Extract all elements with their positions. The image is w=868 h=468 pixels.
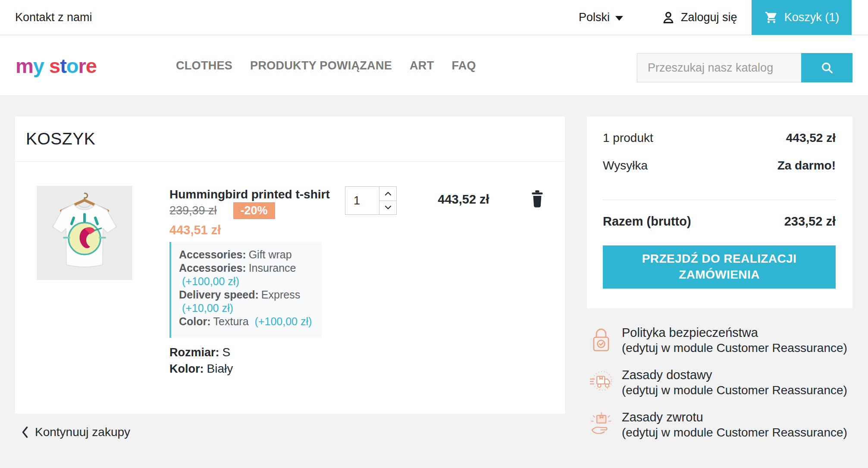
language-label: Polski bbox=[579, 11, 610, 24]
summary-divider bbox=[603, 200, 836, 200]
reassurance-returns: Zasady zwrotu (edytuj w module Customer … bbox=[589, 409, 852, 440]
reassurance-security: Polityka bezpieczeństwa (edytuj w module… bbox=[589, 325, 852, 355]
quantity-input[interactable] bbox=[345, 187, 379, 214]
nav-item-faq[interactable]: FAQ bbox=[451, 59, 476, 72]
chevron-up-icon bbox=[385, 192, 392, 196]
reassurance-title: Zasady zwrotu bbox=[622, 409, 847, 425]
person-icon bbox=[661, 10, 676, 25]
logo-letter: t bbox=[60, 54, 66, 77]
store-logo[interactable]: my store bbox=[16, 54, 97, 78]
remove-item-button[interactable] bbox=[529, 189, 546, 209]
top-bar: Kontakt z nami Polski Zaloguj się Koszyk… bbox=[0, 0, 868, 35]
summary-products-value: 443,52 zł bbox=[786, 131, 836, 145]
quantity-down-button[interactable] bbox=[379, 201, 396, 215]
attribute-size: Rozmiar:S bbox=[169, 344, 233, 361]
line-total-price: 443,52 zł bbox=[416, 192, 511, 207]
logo-letter: o bbox=[66, 54, 78, 77]
cart-card-header: KOSZYK bbox=[15, 116, 565, 162]
customization-line: Accessories:Gift wrap bbox=[179, 248, 316, 261]
contact-link[interactable]: Kontakt z nami bbox=[15, 0, 92, 35]
cart-button[interactable]: Koszyk (1) bbox=[752, 0, 852, 35]
language-selector[interactable]: Polski bbox=[579, 0, 623, 35]
cart-icon bbox=[764, 11, 779, 24]
logo-letter: e bbox=[86, 54, 97, 77]
summary-total-row: Razem (brutto) 233,52 zł bbox=[603, 214, 836, 229]
nav-item-art[interactable]: ART bbox=[410, 59, 434, 72]
summary-total-value: 233,52 zł bbox=[784, 214, 836, 229]
quantity-up-button[interactable] bbox=[379, 187, 396, 201]
regular-price: 239,39 zł bbox=[169, 204, 217, 217]
summary-shipping-label: Wysyłka bbox=[603, 159, 648, 173]
return-box-hand-icon bbox=[589, 411, 613, 440]
continue-shopping-label: Kontynuuj zakupy bbox=[35, 425, 130, 439]
logo-letter: m bbox=[16, 54, 33, 77]
search-input[interactable] bbox=[637, 53, 801, 82]
customization-line: Color:Textura(+100,00 zł) bbox=[179, 315, 316, 328]
reassurance-title: Polityka bezpieczeństwa bbox=[622, 325, 847, 340]
reassurance-title: Zasady dostawy bbox=[622, 367, 847, 383]
discount-badge: -20% bbox=[233, 202, 275, 219]
chevron-down-icon bbox=[385, 205, 392, 210]
main-nav: CLOTHES PRODUKTY POWIĄZANE ART FAQ bbox=[176, 36, 476, 95]
attribute-color: Kolor:Biały bbox=[169, 361, 233, 377]
chevron-down-icon bbox=[615, 16, 623, 21]
summary-products-row: 1 produkt 443,52 zł bbox=[603, 131, 836, 145]
cart-summary-card: 1 produkt 443,52 zł Wysyłka Za darmo! Ra… bbox=[587, 116, 852, 308]
customization-price: (+10,00 zł) bbox=[179, 302, 316, 315]
checkout-button[interactable]: PRZEJDŹ DO REALIZACJI ZAMÓWIENIA bbox=[603, 245, 836, 289]
cart-label: Koszyk (1) bbox=[784, 11, 840, 24]
product-name[interactable]: Hummingbird printed t-shirt bbox=[169, 188, 330, 201]
search-button[interactable] bbox=[801, 53, 852, 82]
page-title: KOSZYK bbox=[26, 129, 95, 148]
main-content: KOSZYK Hummingbird printed t-shirt 239,3… bbox=[0, 96, 868, 468]
delivery-truck-icon bbox=[589, 369, 613, 398]
login-label: Zaloguj się bbox=[681, 11, 737, 24]
cart-card: KOSZYK Hummingbird printed t-shirt 239,3… bbox=[15, 116, 565, 414]
customization-price: (+100,00 zł) bbox=[179, 275, 316, 288]
product-image[interactable] bbox=[37, 186, 132, 280]
trash-icon bbox=[529, 189, 546, 208]
summary-total-label: Razem (brutto) bbox=[603, 214, 691, 229]
search-icon bbox=[820, 61, 834, 75]
current-price: 443,51 zł bbox=[169, 223, 221, 237]
continue-shopping-link[interactable]: Kontynuuj zakupy bbox=[22, 425, 130, 439]
reassurance-subtitle: (edytuj w module Customer Reassurance) bbox=[622, 383, 847, 398]
quantity-spin-buttons bbox=[379, 187, 396, 214]
customization-line: Delivery speed:Express bbox=[179, 288, 316, 302]
reassurance-subtitle: (edytuj w module Customer Reassurance) bbox=[622, 425, 847, 440]
lock-icon bbox=[589, 327, 613, 355]
chevron-left-icon bbox=[22, 426, 28, 438]
customizations-box: Accessories:Gift wrap Accessories:Insura… bbox=[169, 242, 322, 338]
header: my store CLOTHES PRODUKTY POWIĄZANE ART … bbox=[0, 36, 868, 96]
login-link[interactable]: Zaloguj się bbox=[661, 0, 737, 35]
logo-letter bbox=[44, 54, 49, 77]
regular-price-row: 239,39 zł -20% bbox=[169, 202, 275, 219]
nav-item-produkty-powiazane[interactable]: PRODUKTY POWIĄZANE bbox=[250, 59, 392, 72]
logo-letter: y bbox=[33, 54, 44, 77]
reassurance-subtitle: (edytuj w module Customer Reassurance) bbox=[622, 340, 847, 355]
reassurance-delivery: Zasady dostawy (edytuj w module Customer… bbox=[589, 367, 852, 398]
customization-line: Accessories:Insurance bbox=[179, 261, 316, 275]
nav-item-clothes[interactable]: CLOTHES bbox=[176, 59, 232, 72]
summary-shipping-value: Za darmo! bbox=[777, 159, 836, 173]
quantity-stepper bbox=[345, 186, 397, 215]
logo-letter: r bbox=[78, 54, 86, 77]
summary-shipping-row: Wysyłka Za darmo! bbox=[603, 159, 836, 173]
product-attributes: Rozmiar:S Kolor:Biały bbox=[169, 344, 233, 377]
search-bar bbox=[637, 53, 852, 82]
logo-letter: s bbox=[49, 54, 60, 77]
summary-products-label: 1 produkt bbox=[603, 131, 653, 145]
